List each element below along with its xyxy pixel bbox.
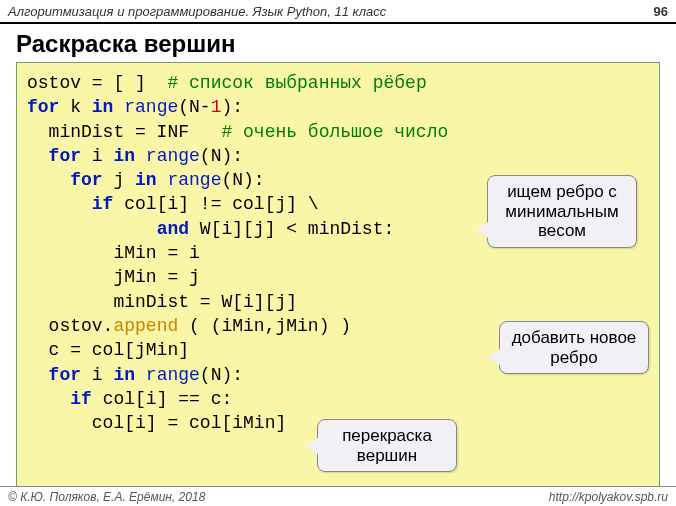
code-line: ostov = [ ] # список выбранных рёбер [27,71,649,95]
code-block: ostov = [ ] # список выбранных рёбер for… [16,62,660,490]
code-line: minDist = W[i][j] [27,290,649,314]
slide-footer: © К.Ю. Поляков, Е.А. Ерёмин, 2018 http:/… [0,486,676,506]
code-line: minDist = INF # очень большое число [27,120,649,144]
callout-recolor: перекраска вершин [317,419,457,472]
callout-add-edge: добавить новое ребро [499,321,649,374]
footer-url: http://kpolyakov.spb.ru [549,490,668,504]
code-line: if col[i] == c: [27,387,649,411]
course-name: Алгоритмизация и программирование. Язык … [8,4,386,19]
code-line: for k in range(N-1): [27,95,649,119]
copyright: © К.Ю. Поляков, Е.А. Ерёмин, 2018 [8,490,205,504]
code-line: for i in range(N): [27,144,649,168]
slide-header: Алгоритмизация и программирование. Язык … [0,0,676,24]
slide-title: Раскраска вершин [0,24,676,62]
callout-find-edge: ищем ребро с минимальным весом [487,175,637,248]
page-number: 96 [654,4,668,19]
code-line: jMin = j [27,265,649,289]
